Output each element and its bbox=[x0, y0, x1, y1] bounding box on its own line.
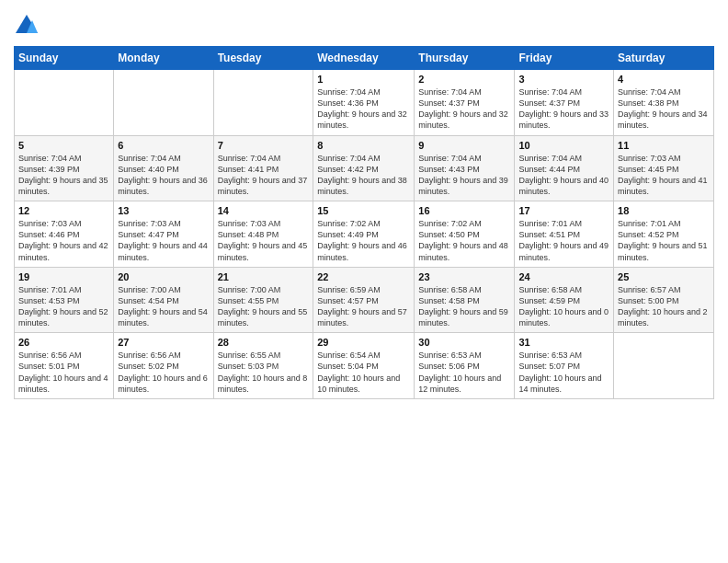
day-cell: 13Sunrise: 7:03 AM Sunset: 4:47 PM Dayli… bbox=[114, 201, 213, 268]
day-number: 14 bbox=[218, 205, 310, 216]
day-number: 23 bbox=[418, 271, 510, 282]
day-number: 1 bbox=[317, 74, 410, 85]
day-cell: 10Sunrise: 7:04 AM Sunset: 4:44 PM Dayli… bbox=[515, 135, 614, 201]
calendar-body: 1Sunrise: 7:04 AM Sunset: 4:36 PM Daylig… bbox=[15, 70, 714, 399]
day-info: Sunrise: 6:54 AM Sunset: 5:04 PM Dayligh… bbox=[317, 350, 410, 395]
day-info: Sunrise: 7:03 AM Sunset: 4:47 PM Dayligh… bbox=[118, 218, 209, 263]
day-info: Sunrise: 6:56 AM Sunset: 5:02 PM Dayligh… bbox=[118, 350, 209, 395]
day-cell: 12Sunrise: 7:03 AM Sunset: 4:46 PM Dayli… bbox=[15, 201, 114, 268]
day-cell: 15Sunrise: 7:02 AM Sunset: 4:49 PM Dayli… bbox=[313, 201, 415, 268]
day-info: Sunrise: 6:58 AM Sunset: 4:58 PM Dayligh… bbox=[418, 284, 510, 329]
day-cell bbox=[114, 70, 213, 136]
calendar-table: SundayMondayTuesdayWednesdayThursdayFrid… bbox=[14, 46, 714, 399]
day-number: 6 bbox=[118, 140, 209, 151]
day-info: Sunrise: 6:57 AM Sunset: 5:00 PM Dayligh… bbox=[618, 284, 710, 329]
weekday-header-saturday: Saturday bbox=[614, 47, 714, 70]
day-cell: 17Sunrise: 7:01 AM Sunset: 4:51 PM Dayli… bbox=[515, 201, 614, 268]
day-number: 18 bbox=[618, 205, 710, 216]
day-number: 4 bbox=[618, 74, 710, 85]
day-cell: 2Sunrise: 7:04 AM Sunset: 4:37 PM Daylig… bbox=[415, 70, 515, 136]
day-info: Sunrise: 7:03 AM Sunset: 4:46 PM Dayligh… bbox=[18, 218, 109, 263]
day-info: Sunrise: 7:02 AM Sunset: 4:50 PM Dayligh… bbox=[418, 218, 510, 263]
day-cell: 24Sunrise: 6:58 AM Sunset: 4:59 PM Dayli… bbox=[515, 267, 614, 333]
weekday-row: SundayMondayTuesdayWednesdayThursdayFrid… bbox=[15, 47, 714, 70]
weekday-header-thursday: Thursday bbox=[415, 47, 515, 70]
page: SundayMondayTuesdayWednesdayThursdayFrid… bbox=[0, 0, 728, 563]
day-cell: 25Sunrise: 6:57 AM Sunset: 5:00 PM Dayli… bbox=[614, 267, 714, 333]
day-info: Sunrise: 7:04 AM Sunset: 4:37 PM Dayligh… bbox=[418, 86, 510, 132]
day-info: Sunrise: 7:02 AM Sunset: 4:49 PM Dayligh… bbox=[317, 218, 410, 263]
day-cell: 14Sunrise: 7:03 AM Sunset: 4:48 PM Dayli… bbox=[213, 201, 313, 268]
week-row-4: 19Sunrise: 7:01 AM Sunset: 4:53 PM Dayli… bbox=[15, 267, 714, 333]
day-number: 10 bbox=[518, 140, 609, 151]
day-info: Sunrise: 6:55 AM Sunset: 5:03 PM Dayligh… bbox=[218, 350, 310, 395]
day-number: 30 bbox=[418, 337, 510, 348]
logo bbox=[14, 13, 43, 39]
day-number: 12 bbox=[18, 205, 109, 216]
day-cell: 7Sunrise: 7:04 AM Sunset: 4:41 PM Daylig… bbox=[213, 135, 313, 201]
day-info: Sunrise: 6:58 AM Sunset: 4:59 PM Dayligh… bbox=[518, 284, 609, 329]
day-info: Sunrise: 7:00 AM Sunset: 4:54 PM Dayligh… bbox=[118, 284, 209, 329]
day-cell: 22Sunrise: 6:59 AM Sunset: 4:57 PM Dayli… bbox=[313, 267, 415, 333]
day-info: Sunrise: 7:04 AM Sunset: 4:36 PM Dayligh… bbox=[317, 86, 410, 132]
day-number: 5 bbox=[18, 140, 109, 151]
day-number: 22 bbox=[317, 271, 410, 282]
day-number: 31 bbox=[518, 337, 609, 348]
day-cell: 19Sunrise: 7:01 AM Sunset: 4:53 PM Dayli… bbox=[15, 267, 114, 333]
day-number: 25 bbox=[618, 271, 710, 282]
day-cell: 6Sunrise: 7:04 AM Sunset: 4:40 PM Daylig… bbox=[114, 135, 213, 201]
day-cell: 21Sunrise: 7:00 AM Sunset: 4:55 PM Dayli… bbox=[213, 267, 313, 333]
day-cell: 16Sunrise: 7:02 AM Sunset: 4:50 PM Dayli… bbox=[415, 201, 515, 268]
weekday-header-monday: Monday bbox=[114, 47, 213, 70]
day-cell: 31Sunrise: 6:53 AM Sunset: 5:07 PM Dayli… bbox=[515, 333, 614, 399]
day-number: 19 bbox=[18, 271, 109, 282]
day-number: 2 bbox=[418, 74, 510, 85]
day-cell: 29Sunrise: 6:54 AM Sunset: 5:04 PM Dayli… bbox=[313, 333, 415, 399]
day-number: 27 bbox=[118, 337, 209, 348]
calendar-header: SundayMondayTuesdayWednesdayThursdayFrid… bbox=[15, 47, 714, 70]
day-number: 17 bbox=[518, 205, 609, 216]
day-info: Sunrise: 7:04 AM Sunset: 4:44 PM Dayligh… bbox=[518, 153, 609, 198]
day-cell: 1Sunrise: 7:04 AM Sunset: 4:36 PM Daylig… bbox=[313, 70, 415, 136]
day-cell: 20Sunrise: 7:00 AM Sunset: 4:54 PM Dayli… bbox=[114, 267, 213, 333]
day-info: Sunrise: 7:04 AM Sunset: 4:38 PM Dayligh… bbox=[618, 86, 710, 132]
day-info: Sunrise: 6:53 AM Sunset: 5:06 PM Dayligh… bbox=[418, 350, 510, 395]
day-cell: 8Sunrise: 7:04 AM Sunset: 4:42 PM Daylig… bbox=[313, 135, 415, 201]
weekday-header-wednesday: Wednesday bbox=[313, 47, 415, 70]
day-cell: 18Sunrise: 7:01 AM Sunset: 4:52 PM Dayli… bbox=[614, 201, 714, 268]
day-cell: 23Sunrise: 6:58 AM Sunset: 4:58 PM Dayli… bbox=[415, 267, 515, 333]
day-cell: 26Sunrise: 6:56 AM Sunset: 5:01 PM Dayli… bbox=[15, 333, 114, 399]
weekday-header-tuesday: Tuesday bbox=[213, 47, 313, 70]
day-info: Sunrise: 7:01 AM Sunset: 4:53 PM Dayligh… bbox=[18, 284, 109, 329]
day-number: 16 bbox=[418, 205, 510, 216]
day-info: Sunrise: 7:04 AM Sunset: 4:39 PM Dayligh… bbox=[18, 153, 109, 198]
day-cell bbox=[614, 333, 714, 399]
day-info: Sunrise: 7:01 AM Sunset: 4:52 PM Dayligh… bbox=[618, 218, 710, 263]
day-number: 20 bbox=[118, 271, 209, 282]
week-row-2: 5Sunrise: 7:04 AM Sunset: 4:39 PM Daylig… bbox=[15, 135, 714, 201]
day-number: 29 bbox=[317, 337, 410, 348]
day-cell bbox=[15, 70, 114, 136]
week-row-5: 26Sunrise: 6:56 AM Sunset: 5:01 PM Dayli… bbox=[15, 333, 714, 399]
logo-icon bbox=[14, 13, 40, 39]
day-info: Sunrise: 7:03 AM Sunset: 4:48 PM Dayligh… bbox=[218, 218, 310, 263]
weekday-header-friday: Friday bbox=[515, 47, 614, 70]
day-number: 24 bbox=[518, 271, 609, 282]
day-number: 11 bbox=[618, 140, 710, 151]
day-cell: 27Sunrise: 6:56 AM Sunset: 5:02 PM Dayli… bbox=[114, 333, 213, 399]
day-cell: 9Sunrise: 7:04 AM Sunset: 4:43 PM Daylig… bbox=[415, 135, 515, 201]
day-info: Sunrise: 7:04 AM Sunset: 4:41 PM Dayligh… bbox=[218, 153, 310, 198]
day-cell: 28Sunrise: 6:55 AM Sunset: 5:03 PM Dayli… bbox=[213, 333, 313, 399]
week-row-1: 1Sunrise: 7:04 AM Sunset: 4:36 PM Daylig… bbox=[15, 70, 714, 136]
day-cell: 4Sunrise: 7:04 AM Sunset: 4:38 PM Daylig… bbox=[614, 70, 714, 136]
day-number: 28 bbox=[218, 337, 310, 348]
day-info: Sunrise: 6:53 AM Sunset: 5:07 PM Dayligh… bbox=[518, 350, 609, 395]
day-cell: 11Sunrise: 7:03 AM Sunset: 4:45 PM Dayli… bbox=[614, 135, 714, 201]
day-cell: 5Sunrise: 7:04 AM Sunset: 4:39 PM Daylig… bbox=[15, 135, 114, 201]
week-row-3: 12Sunrise: 7:03 AM Sunset: 4:46 PM Dayli… bbox=[15, 201, 714, 268]
day-info: Sunrise: 6:59 AM Sunset: 4:57 PM Dayligh… bbox=[317, 284, 410, 329]
day-cell bbox=[213, 70, 313, 136]
weekday-header-sunday: Sunday bbox=[15, 47, 114, 70]
day-number: 15 bbox=[317, 205, 410, 216]
day-info: Sunrise: 7:01 AM Sunset: 4:51 PM Dayligh… bbox=[518, 218, 609, 263]
